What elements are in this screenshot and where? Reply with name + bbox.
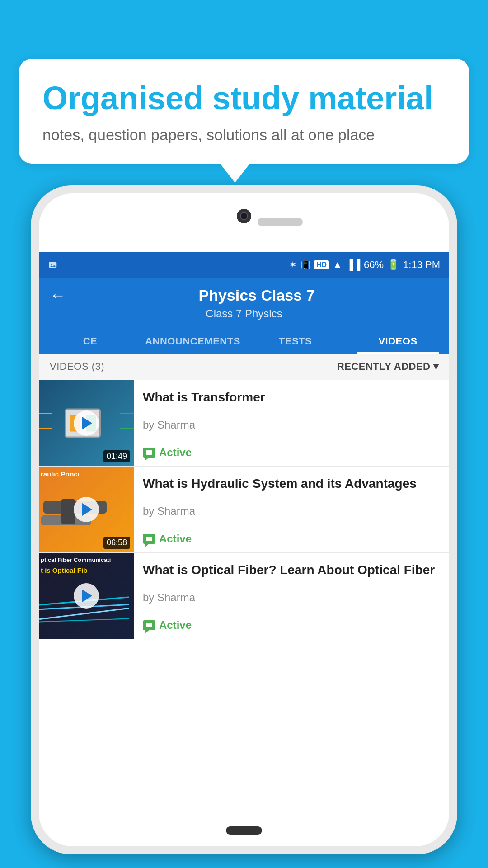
cylinder xyxy=(61,499,75,524)
tab-tests[interactable]: TESTS xyxy=(244,327,347,354)
thumb-text-3b: t is Optical Fib xyxy=(41,566,87,574)
sort-button[interactable]: RECENTLY ADDED ▾ xyxy=(337,361,438,373)
hd-badge: HD xyxy=(314,260,329,269)
sort-label: RECENTLY ADDED xyxy=(337,361,431,373)
duration-badge-1: 01:49 xyxy=(103,450,130,462)
svg-rect-4 xyxy=(146,623,152,627)
video-thumbnail-3[interactable]: ptical Fiber Communicati t is Optical Fi… xyxy=(39,553,134,639)
phone-outer: ✶ 📳 HD ▲ ▐▐ 66% 🔋 1:13 PM ← Physics Clas xyxy=(31,185,457,854)
video-title-2: What is Hydraulic System and its Advanta… xyxy=(143,476,440,492)
chat-icon-2 xyxy=(143,534,155,544)
video-status-1: Active xyxy=(143,446,440,459)
camera-lens xyxy=(240,212,248,220)
filter-bar: VIDEOS (3) RECENTLY ADDED ▾ xyxy=(39,354,449,380)
status-right: ✶ 📳 HD ▲ ▐▐ 66% 🔋 1:13 PM xyxy=(289,259,440,271)
back-button[interactable]: ← xyxy=(50,286,66,305)
status-active-3: Active xyxy=(159,619,192,632)
app-bar-top: ← Physics Class 7 xyxy=(50,286,438,305)
screen-content: ✶ 📳 HD ▲ ▐▐ 66% 🔋 1:13 PM ← Physics Clas xyxy=(39,252,449,810)
video-status-2: Active xyxy=(143,533,440,545)
signal-icon: ▐▐ xyxy=(346,259,360,271)
chat-svg-3 xyxy=(146,623,152,627)
app-bar-subtitle: Class 7 Physics xyxy=(50,307,438,320)
camera xyxy=(237,209,251,223)
video-thumbnail-1[interactable]: 01:49 xyxy=(39,380,134,466)
video-info-2: What is Hydraulic System and its Advanta… xyxy=(134,467,449,552)
speech-bubble: Organised study material notes, question… xyxy=(19,59,469,164)
status-active-1: Active xyxy=(159,446,192,459)
video-title-3: What is Optical Fiber? Learn About Optic… xyxy=(143,562,440,578)
video-info-1: What is Transformer by Sharma Active xyxy=(134,380,449,466)
thumb-text-2: raulic Princi xyxy=(41,470,80,478)
status-left-icons xyxy=(48,260,58,270)
status-bar: ✶ 📳 HD ▲ ▐▐ 66% 🔋 1:13 PM xyxy=(39,252,449,278)
chat-icon-3 xyxy=(143,620,155,630)
app-bar: ← Physics Class 7 Class 7 Physics xyxy=(39,278,449,327)
status-active-2: Active xyxy=(159,533,192,545)
wire-right xyxy=(120,413,134,414)
list-item[interactable]: 01:49 What is Transformer by Sharma Acti… xyxy=(39,380,449,467)
speaker xyxy=(258,218,303,226)
duration-badge-2: 06:58 xyxy=(103,537,130,549)
bubble-title: Organised study material xyxy=(42,80,446,116)
tab-announcements[interactable]: ANNOUNCEMENTS xyxy=(141,327,244,354)
svg-rect-3 xyxy=(146,537,152,541)
wire-left2 xyxy=(39,428,52,429)
phone-mockup: ✶ 📳 HD ▲ ▐▐ 66% 🔋 1:13 PM ← Physics Clas xyxy=(31,185,457,868)
vibrate-icon: 📳 xyxy=(300,260,310,270)
svg-rect-2 xyxy=(146,450,152,455)
video-count: VIDEOS (3) xyxy=(50,361,104,373)
play-button-1[interactable] xyxy=(74,410,99,436)
svg-point-1 xyxy=(51,264,52,265)
video-title-1: What is Transformer xyxy=(143,389,440,406)
play-triangle xyxy=(82,417,92,429)
video-author-2: by Sharma xyxy=(143,505,440,518)
clock: 1:13 PM xyxy=(403,259,440,271)
tab-videos[interactable]: VIDEOS xyxy=(347,327,449,354)
wire-left xyxy=(39,413,52,414)
play-button-3[interactable] xyxy=(74,583,99,609)
phone-screen: ✶ 📳 HD ▲ ▐▐ 66% 🔋 1:13 PM ← Physics Clas xyxy=(39,193,449,846)
chat-svg-2 xyxy=(146,537,152,541)
battery-icon: 🔋 xyxy=(387,259,399,271)
play-button-2[interactable] xyxy=(74,497,99,522)
video-info-3: What is Optical Fiber? Learn About Optic… xyxy=(134,553,449,639)
home-button[interactable] xyxy=(226,826,262,835)
wire-right2 xyxy=(120,428,134,429)
tab-ce[interactable]: CE xyxy=(39,327,141,354)
video-author-3: by Sharma xyxy=(143,591,440,604)
chat-icon-1 xyxy=(143,448,155,458)
battery-percent: 66% xyxy=(364,259,384,271)
bubble-subtitle: notes, question papers, solutions all at… xyxy=(42,126,446,144)
tab-bar: CE ANNOUNCEMENTS TESTS VIDEOS xyxy=(39,327,449,354)
list-item[interactable]: raulic Princi 06:58 What is Hydraulic S xyxy=(39,467,449,553)
thumb-text-3a: ptical Fiber Communicati xyxy=(41,557,111,564)
play-triangle-2 xyxy=(82,503,92,516)
video-list: 01:49 What is Transformer by Sharma Acti… xyxy=(39,380,449,810)
video-status-3: Active xyxy=(143,619,440,632)
chat-svg xyxy=(146,450,152,455)
video-author-1: by Sharma xyxy=(143,419,440,431)
wifi-icon: ▲ xyxy=(333,259,343,271)
list-item[interactable]: ptical Fiber Communicati t is Optical Fi… xyxy=(39,553,449,639)
app-bar-title: Physics Class 7 xyxy=(75,287,438,304)
chevron-down-icon: ▾ xyxy=(433,361,439,373)
video-thumbnail-2[interactable]: raulic Princi 06:58 xyxy=(39,467,134,552)
play-triangle-3 xyxy=(82,590,92,602)
image-icon xyxy=(48,260,58,270)
bluetooth-icon: ✶ xyxy=(289,259,297,271)
